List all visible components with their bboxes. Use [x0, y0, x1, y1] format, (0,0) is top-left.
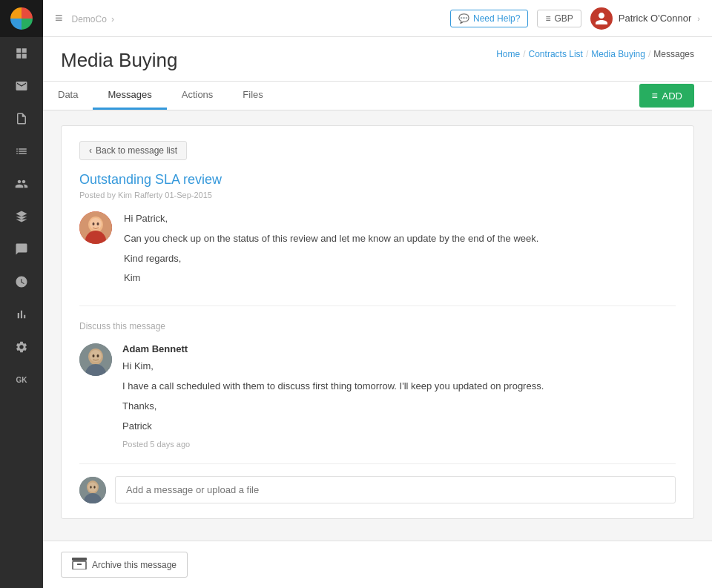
sidebar-item-reports[interactable]	[0, 135, 43, 168]
hamburger-icon[interactable]: ≡	[55, 10, 63, 26]
user-menu[interactable]: Patrick O'Connor ›	[590, 7, 700, 30]
page-header: Media Buying Home / Contracts List / Med…	[43, 37, 712, 82]
svg-point-15	[97, 354, 99, 357]
discuss-label: Discuss this message	[79, 321, 676, 331]
topbar-right: 💬 Need Help? ≡ GBP Patrick O'Connor ›	[450, 7, 700, 30]
back-arrow-icon: ‹	[89, 145, 92, 156]
reply-author: Adam Bennett	[122, 343, 676, 354]
sidebar-item-building[interactable]	[0, 200, 43, 233]
breadcrumb-current: Messages	[653, 49, 694, 59]
svg-point-19	[88, 482, 98, 492]
svg-point-7	[90, 218, 102, 230]
user-avatar	[590, 7, 613, 30]
svg-rect-22	[72, 558, 87, 561]
reply-timestamp: Posted 5 days ago	[122, 440, 676, 449]
sidebar-item-clock[interactable]	[0, 265, 43, 298]
archive-icon	[72, 558, 87, 572]
username-label: Patrick O'Connor	[619, 13, 692, 24]
kim-avatar	[79, 211, 112, 244]
company-name[interactable]: DemoCo ›	[70, 12, 115, 24]
breadcrumb-home[interactable]: Home	[496, 49, 520, 59]
breadcrumb-media-buying[interactable]: Media Buying	[591, 49, 645, 59]
archive-area: Archive this message	[43, 541, 712, 588]
tab-messages[interactable]: Messages	[93, 82, 166, 110]
sidebar-item-home[interactable]	[0, 37, 43, 70]
svg-point-21	[93, 486, 95, 488]
compose-input[interactable]	[115, 476, 676, 503]
breadcrumb-sep-2: /	[586, 49, 588, 59]
svg-rect-0	[16, 48, 21, 53]
reply-greeting: Hi Kim,	[122, 359, 676, 374]
breadcrumb: Home / Contracts List / Media Buying / M…	[496, 49, 694, 59]
currency-icon: ≡	[545, 13, 550, 24]
msg-regards: Kind regards,	[124, 251, 676, 267]
breadcrumb-contracts-list[interactable]: Contracts List	[529, 49, 583, 59]
sidebar-item-settings[interactable]	[0, 331, 43, 363]
reply-body: Adam Bennett Hi Kim, I have a call sched…	[122, 343, 676, 449]
message-card: ‹ Back to message list Outstanding SLA r…	[61, 125, 694, 519]
svg-rect-1	[22, 48, 27, 53]
original-message: Hi Patrick, Can you check up on the stat…	[79, 211, 676, 306]
adam-avatar	[79, 343, 112, 376]
sidebar-item-people[interactable]	[0, 168, 43, 200]
help-icon: 💬	[458, 13, 469, 24]
currency-selector[interactable]: ≡ GBP	[537, 10, 581, 27]
tabs: Data Messages Actions Files	[43, 82, 278, 110]
svg-rect-3	[22, 54, 27, 59]
sidebar-item-documents[interactable]	[0, 102, 43, 135]
archive-button[interactable]: Archive this message	[61, 552, 188, 578]
topbar: ≡ DemoCo › 💬 Need Help? ≡ GBP Patrick O'…	[43, 0, 712, 37]
svg-point-14	[93, 354, 95, 357]
svg-rect-24	[77, 564, 82, 565]
msg-line1: Can you check up on the status of this r…	[124, 231, 676, 247]
add-list-icon: ≡	[651, 90, 657, 102]
msg-greeting: Hi Patrick,	[124, 211, 676, 227]
original-message-body: Hi Patrick, Can you check up on the stat…	[124, 211, 676, 291]
reply-message: Adam Bennett Hi Kim, I have a call sched…	[79, 343, 676, 449]
compose-row	[79, 463, 676, 503]
message-subject: Outstanding SLA review	[79, 172, 676, 188]
logo[interactable]	[0, 0, 43, 37]
logo-circle	[10, 7, 33, 30]
back-to-list-button[interactable]: ‹ Back to message list	[79, 141, 187, 160]
tab-bar: Data Messages Actions Files ≡ ADD	[43, 82, 712, 110]
content-area: ‹ Back to message list Outstanding SLA r…	[43, 110, 712, 541]
breadcrumb-sep-1: /	[523, 49, 525, 59]
reply-signature: Patrick	[122, 419, 676, 435]
message-meta: Posted by Kim Rafferty 01-Sep-2015	[79, 191, 676, 199]
sidebar-item-analytics[interactable]	[0, 298, 43, 331]
svg-point-9	[97, 222, 99, 225]
breadcrumb-sep-3: /	[648, 49, 650, 59]
sidebar-item-chat[interactable]	[0, 233, 43, 265]
tab-files[interactable]: Files	[228, 82, 277, 110]
sidebar: GK	[0, 0, 43, 588]
help-button[interactable]: 💬 Need Help?	[450, 10, 528, 27]
add-button[interactable]: ≡ ADD	[639, 84, 694, 108]
tab-data[interactable]: Data	[43, 82, 93, 110]
sidebar-item-gk[interactable]: GK	[0, 363, 43, 396]
compose-avatar	[79, 477, 106, 503]
svg-point-20	[90, 486, 91, 488]
reply-text: Hi Kim, I have a call scheduled with the…	[122, 359, 676, 434]
tab-actions[interactable]: Actions	[167, 82, 228, 110]
reply-line1: I have a call scheduled with them to dis…	[122, 379, 676, 394]
svg-point-8	[93, 222, 95, 225]
sidebar-item-inbox[interactable]	[0, 70, 43, 102]
page-header-top: Media Buying Home / Contracts List / Med…	[61, 49, 694, 72]
main-content: ≡ DemoCo › 💬 Need Help? ≡ GBP Patrick O'…	[43, 0, 712, 588]
user-arrow-icon: ›	[697, 14, 700, 23]
svg-rect-23	[73, 561, 86, 569]
page-title: Media Buying	[61, 49, 178, 72]
svg-rect-2	[16, 54, 21, 59]
msg-signature: Kim	[124, 271, 676, 286]
reply-thanks: Thanks,	[122, 399, 676, 414]
